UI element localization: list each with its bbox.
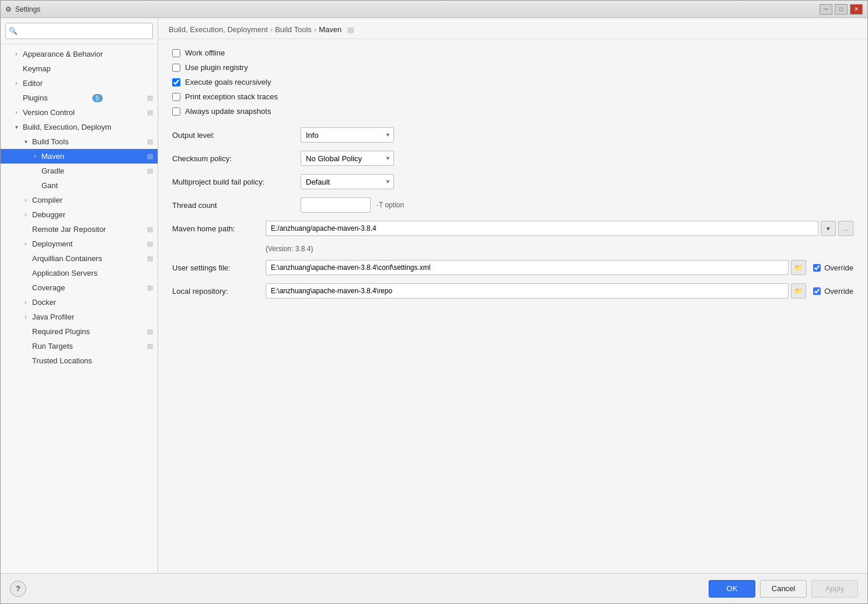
breadcrumb: Build, Execution, Deployment › Build Too… <box>169 25 354 34</box>
spacer-icon <box>22 269 30 277</box>
chevron-right-icon: › <box>22 298 30 307</box>
checksum-policy-label: Checksum policy: <box>172 154 301 163</box>
chevron-right-icon: › <box>22 240 30 248</box>
sidebar-item-plugins[interactable]: Plugins 5 ▤ <box>1 91 158 105</box>
maven-version-row: (Version: 3.8.4) <box>172 244 853 253</box>
chevron-right-icon: › <box>22 211 30 219</box>
chevron-down-icon: ▾ <box>22 138 30 146</box>
sidebar-item-remote-jar-repos[interactable]: Remote Jar Repositor ▤ <box>1 222 158 237</box>
checksum-policy-dropdown[interactable]: No Global Policy Strict Lenient <box>301 151 394 166</box>
sidebar-item-docker[interactable]: › Docker <box>1 295 158 310</box>
always-update-checkbox[interactable] <box>172 107 180 116</box>
user-settings-override-label[interactable]: Override <box>824 263 853 272</box>
close-button[interactable]: ✕ <box>850 4 863 15</box>
sidebar: 🔍 › Appearance & Behavior Keymap › <box>1 18 158 573</box>
settings-page-icon: ▤ <box>147 284 153 291</box>
plugins-badge: 5 <box>92 94 103 102</box>
maven-home-label: Maven home path: <box>172 224 266 233</box>
sidebar-item-build-execution-deployment[interactable]: ▾ Build, Execution, Deploym <box>1 120 158 134</box>
maven-home-dropdown-btn[interactable]: ▾ <box>821 221 836 236</box>
title-bar-title: ⚙ Settings <box>5 5 40 13</box>
sidebar-item-debugger[interactable]: › Debugger <box>1 207 158 222</box>
maximize-button[interactable]: □ <box>835 4 848 15</box>
sidebar-item-keymap[interactable]: Keymap <box>1 61 158 76</box>
sidebar-item-gradle[interactable]: Gradle ▤ <box>1 164 158 178</box>
spacer-icon <box>12 65 20 73</box>
search-box: 🔍 <box>1 18 158 44</box>
sidebar-item-version-control[interactable]: › Version Control ▤ <box>1 105 158 120</box>
maven-home-input[interactable] <box>266 221 818 236</box>
minimize-button[interactable]: ─ <box>820 4 832 15</box>
sidebar-item-label: Arquillian Containers <box>32 254 102 263</box>
local-repo-input[interactable] <box>266 283 789 298</box>
user-settings-browse-btn[interactable]: 📁 <box>791 260 806 275</box>
local-repo-override-checkbox[interactable] <box>813 287 821 295</box>
checkbox-always-update-row: Always update snapshots <box>172 107 853 116</box>
always-update-label[interactable]: Always update snapshots <box>185 107 271 116</box>
sidebar-item-required-plugins[interactable]: Required Plugins ▤ <box>1 324 158 339</box>
settings-page-icon: ▤ <box>147 255 153 262</box>
ok-button[interactable]: OK <box>709 580 755 598</box>
work-offline-checkbox[interactable] <box>172 49 180 57</box>
use-plugin-registry-checkbox[interactable] <box>172 64 180 72</box>
search-wrapper: 🔍 <box>5 23 153 39</box>
sidebar-item-run-targets[interactable]: Run Targets ▤ <box>1 339 158 353</box>
spacer-icon <box>22 342 30 350</box>
sidebar-item-label: Coverage <box>32 283 65 292</box>
window-title: Settings <box>15 5 40 13</box>
sidebar-item-label: Trusted Locations <box>32 356 92 365</box>
maven-home-browse-btn[interactable]: … <box>838 221 853 236</box>
thread-count-input[interactable] <box>301 197 371 213</box>
settings-window: ⚙ Settings ─ □ ✕ 🔍 › Appearance & Behavi… <box>0 0 868 604</box>
local-repo-override-label[interactable]: Override <box>824 287 853 296</box>
sidebar-item-gant[interactable]: Gant <box>1 178 158 193</box>
sidebar-item-label: Deployment <box>32 239 72 248</box>
sidebar-item-deployment[interactable]: › Deployment ▤ <box>1 237 158 251</box>
sidebar-item-application-servers[interactable]: Application Servers <box>1 266 158 280</box>
cancel-button[interactable]: Cancel <box>760 580 807 598</box>
use-plugin-registry-label[interactable]: Use plugin registry <box>185 63 248 72</box>
print-exception-checkbox[interactable] <box>172 93 180 101</box>
sidebar-item-coverage[interactable]: Coverage ▤ <box>1 280 158 295</box>
title-bar-controls: ─ □ ✕ <box>820 4 863 15</box>
settings-page-icon: ▤ <box>147 94 153 102</box>
sidebar-item-label: Gradle <box>41 166 64 175</box>
chevron-right-icon: › <box>12 50 20 58</box>
panel-header: Build, Execution, Deployment › Build Too… <box>158 18 867 39</box>
spacer-icon <box>31 167 39 175</box>
user-settings-input[interactable] <box>266 260 789 275</box>
thread-count-label: Thread count <box>172 201 301 210</box>
apply-button[interactable]: Apply <box>811 580 858 598</box>
sidebar-item-compiler[interactable]: › Compiler <box>1 193 158 207</box>
output-level-dropdown[interactable]: Info Debug Warn Error <box>301 127 394 143</box>
sidebar-item-label: Run Targets <box>32 342 73 350</box>
sidebar-item-java-profiler[interactable]: › Java Profiler <box>1 310 158 324</box>
local-repo-browse-btn[interactable]: 📁 <box>791 283 806 298</box>
sidebar-item-arquillian-containers[interactable]: Arquillian Containers ▤ <box>1 251 158 266</box>
sidebar-item-editor[interactable]: › Editor <box>1 76 158 91</box>
work-offline-label[interactable]: Work offline <box>185 48 225 57</box>
sidebar-item-maven[interactable]: › Maven ▤ <box>1 149 158 164</box>
spacer-icon <box>22 225 30 234</box>
breadcrumb-current: Maven <box>319 25 341 34</box>
checkbox-execute-goals-row: Execute goals recursively <box>172 78 853 86</box>
search-input[interactable] <box>5 23 153 39</box>
settings-page-icon: ▤ <box>147 225 153 233</box>
sidebar-item-trusted-locations[interactable]: Trusted Locations <box>1 353 158 368</box>
user-settings-override-checkbox[interactable] <box>813 264 821 272</box>
sidebar-item-label: Keymap <box>23 64 51 73</box>
sidebar-item-appearance-behavior[interactable]: › Appearance & Behavior <box>1 47 158 61</box>
execute-goals-checkbox[interactable] <box>172 78 180 86</box>
print-exception-label[interactable]: Print exception stack traces <box>185 92 278 101</box>
execute-goals-label[interactable]: Execute goals recursively <box>185 78 271 86</box>
user-settings-override-section: Override <box>813 263 853 272</box>
sidebar-item-label: Docker <box>32 298 56 307</box>
settings-page-icon: ▤ <box>147 167 153 175</box>
sidebar-item-build-tools[interactable]: ▾ Build Tools ▤ <box>1 134 158 149</box>
footer-right: OK Cancel Apply <box>709 580 858 598</box>
chevron-right-icon: › <box>31 152 39 161</box>
spacer-icon <box>22 284 30 292</box>
help-button[interactable]: ? <box>10 581 26 597</box>
multiproject-dropdown[interactable]: Default Fail at End Fail Never <box>301 174 394 189</box>
sidebar-item-label: Compiler <box>32 196 62 204</box>
